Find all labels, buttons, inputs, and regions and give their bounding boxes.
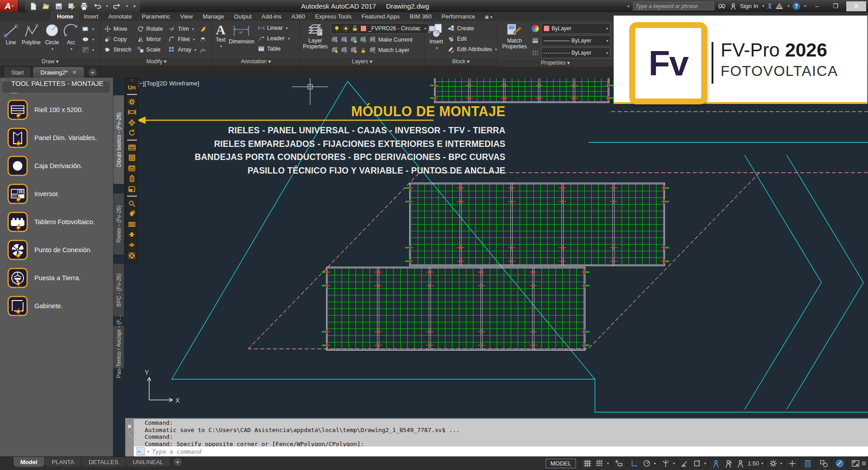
a360-dropdown[interactable]: ▾ xyxy=(788,4,789,8)
layout-tab-planta[interactable]: PLANTA xyxy=(45,457,81,467)
command-wrench-icon[interactable] xyxy=(127,432,132,438)
exchange-apps-icon[interactable]: X xyxy=(767,2,772,10)
leader-button[interactable]: Leader▾ xyxy=(258,34,290,43)
copy-button[interactable]: Copy xyxy=(104,35,132,44)
layer-lock-icon[interactable] xyxy=(350,36,357,43)
circle-button[interactable]: Circle▾ xyxy=(44,23,60,52)
linetype-select[interactable]: ByLayer▾ xyxy=(541,47,610,58)
palette-item-tablero[interactable]: Tablero Fotovoltaico. xyxy=(0,208,113,236)
snap-mode-icon[interactable] xyxy=(613,458,625,469)
lineweight-icon[interactable] xyxy=(532,37,539,44)
file-tab-drawing2[interactable]: Drawing2*✕ xyxy=(33,66,84,78)
rail-tool-button[interactable] xyxy=(127,108,137,117)
a360-icon[interactable] xyxy=(775,3,783,10)
palette-tab-bpc[interactable]: BPC - (Fv-26) xyxy=(113,263,124,317)
annotation-monitor-icon[interactable] xyxy=(786,458,798,469)
layout-tab-unilineal[interactable]: UNILINEAL xyxy=(126,457,170,467)
isometric-dropdown[interactable]: ▾ xyxy=(673,461,675,465)
open-file-icon[interactable] xyxy=(42,2,50,10)
layer-select[interactable]: _FVPRO26 - Circulac ▾ xyxy=(331,23,429,34)
object-color-wheel-icon[interactable] xyxy=(532,25,539,32)
fillet-button[interactable]: Fillet▾ xyxy=(168,35,196,44)
slider-c-button[interactable] xyxy=(127,240,137,249)
file-tab-start[interactable]: Start xyxy=(4,66,31,78)
palette-item-gabinete[interactable]: Gabinete. xyxy=(0,292,113,320)
explode-icon[interactable] xyxy=(199,35,207,44)
palette-tab-rieles[interactable]: Rieles - (Fv-26) xyxy=(113,193,124,255)
tab-annotate[interactable]: Annotate xyxy=(104,12,137,21)
linetype-icon[interactable] xyxy=(532,49,539,56)
layer-isolate-icon[interactable] xyxy=(359,36,367,43)
panel-label-draw[interactable]: Draw ▾ xyxy=(0,57,100,66)
insert-button[interactable]: Insert▾ xyxy=(428,23,444,51)
palette-title[interactable]: TOOL PALETTES - MONTAJE ... xyxy=(2,81,110,93)
tab-view[interactable]: View xyxy=(175,12,198,21)
layout-tab-detalles[interactable]: DETALLES xyxy=(82,457,125,467)
restore-button[interactable]: ❐ xyxy=(828,1,843,11)
undo-icon[interactable] xyxy=(93,2,101,10)
grid-panel-button[interactable] xyxy=(127,153,137,162)
tab-insert[interactable]: Insert xyxy=(79,12,104,21)
new-layout-button[interactable]: + xyxy=(174,458,182,466)
rectangle-button[interactable]: ▾ xyxy=(82,24,94,33)
match-layer-button[interactable]: Match Layer xyxy=(369,46,410,55)
match-properties-button[interactable]: Match Properties xyxy=(500,23,528,50)
layer-unlock-all-icon[interactable] xyxy=(359,47,367,54)
grid-settings-dropdown[interactable]: ▾ xyxy=(607,461,609,465)
hardware-acceleration-icon[interactable] xyxy=(834,458,845,469)
line-button[interactable]: Line xyxy=(3,23,19,46)
layer-on-all-icon[interactable] xyxy=(331,47,338,54)
offset-icon[interactable] xyxy=(199,45,207,54)
object-snap-tracking-icon[interactable] xyxy=(679,458,691,469)
linetype-dropdown[interactable]: ▾ xyxy=(606,51,608,55)
redo-icon[interactable] xyxy=(113,2,121,10)
layer-properties-button[interactable]: Layer Properties xyxy=(303,23,328,50)
array-button[interactable]: Array▾ xyxy=(168,45,196,54)
tab-featured-apps[interactable]: Featured Apps xyxy=(357,12,405,21)
zoom-tool-button[interactable] xyxy=(127,199,137,208)
slider-a-button[interactable] xyxy=(127,209,137,218)
palette-tab-pas-tecnico[interactable]: Pas-Tenico / Anclaje - (F... xyxy=(113,325,124,369)
customization-menu-icon[interactable]: ≡ xyxy=(862,459,866,468)
panel-label-modify[interactable]: Modify ▾ xyxy=(101,57,212,66)
panel-label-layers[interactable]: Layers ▾ xyxy=(300,57,425,66)
delete-x-button[interactable] xyxy=(127,251,137,260)
un-button[interactable]: Un xyxy=(127,83,137,92)
text-button[interactable]: AText▾ xyxy=(216,23,226,49)
box-tool-button[interactable] xyxy=(127,184,137,193)
ellipse-button[interactable]: ▾ xyxy=(82,35,94,44)
palette-item-inversor[interactable]: Inversor. xyxy=(0,180,113,208)
search-history-dropdown[interactable]: ▸ xyxy=(628,4,630,8)
polar-dropdown[interactable]: ▾ xyxy=(654,461,656,465)
palette-item-riell[interactable]: Riell 100 x 5200. xyxy=(0,96,113,124)
toolbar-grip[interactable]: :::::: xyxy=(130,80,133,81)
settings-gear-button[interactable] xyxy=(127,97,137,106)
tab-performance[interactable]: Performance xyxy=(437,12,480,21)
annotation-scale-value[interactable]: 1:50 xyxy=(747,460,760,467)
panel-label-properties[interactable]: Properties ▾ xyxy=(497,58,613,67)
palette-item-caja[interactable]: Caja Derivación. xyxy=(0,152,113,180)
bars-button[interactable] xyxy=(127,220,137,229)
annotation-autoscale-icon[interactable] xyxy=(722,458,734,469)
close-command-window-icon[interactable]: ✕ xyxy=(127,423,132,430)
help-icon[interactable]: ? xyxy=(793,2,800,10)
palette-tab-dibujo-basico[interactable]: Dibujo basico - (Fv-26) xyxy=(113,95,124,184)
layout-tab-model[interactable]: Model xyxy=(14,457,44,467)
make-current-button[interactable]: Make Current xyxy=(369,35,413,44)
palette-item-puesta[interactable]: Puesta a Tierra. xyxy=(0,264,113,292)
save-icon[interactable] xyxy=(55,2,63,10)
command-history[interactable]: Command: Automatic save to C:\Users\CAD … xyxy=(134,418,868,446)
save-as-icon[interactable] xyxy=(67,2,75,10)
search-icon[interactable] xyxy=(717,3,726,10)
recent-commands-dropdown[interactable]: ▾ xyxy=(147,450,149,454)
ortho-mode-icon[interactable] xyxy=(629,458,641,469)
slider-b-button[interactable] xyxy=(127,230,137,239)
screen-panel-button[interactable] xyxy=(127,164,137,173)
object-color-dropdown[interactable]: ▾ xyxy=(606,27,608,31)
tab-home[interactable]: Home xyxy=(52,12,79,21)
dimension-button[interactable]: Dimension xyxy=(229,23,255,45)
object-color-select[interactable]: ByLayer▾ xyxy=(541,23,610,34)
erase-icon[interactable] xyxy=(199,24,207,33)
redo-dropdown[interactable]: ▾ xyxy=(126,4,128,8)
tab-manage[interactable]: Manage xyxy=(198,12,229,21)
